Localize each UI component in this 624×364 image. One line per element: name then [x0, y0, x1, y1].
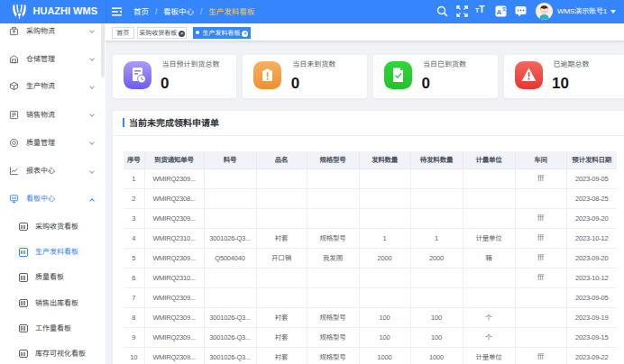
svg-text:文: 文 — [500, 6, 507, 12]
